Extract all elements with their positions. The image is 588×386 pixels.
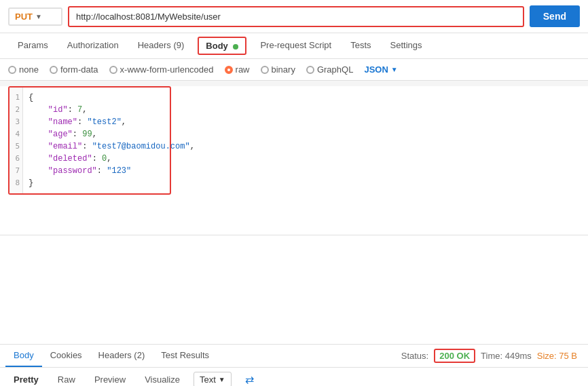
radio-binary xyxy=(261,66,269,74)
status-label: Status: xyxy=(401,351,428,361)
tab-settings[interactable]: Settings xyxy=(381,33,432,58)
option-binary[interactable]: binary xyxy=(261,64,295,75)
format-dropdown[interactable]: JSON ▼ xyxy=(364,64,397,75)
line-2: 2 xyxy=(12,104,20,116)
tab-body[interactable]: Body xyxy=(198,37,246,55)
radio-raw xyxy=(225,66,233,74)
tab-params[interactable]: Params xyxy=(8,33,58,58)
chevron-down-icon: ▼ xyxy=(35,13,42,20)
method-dropdown[interactable]: PUT ▼ xyxy=(8,7,62,26)
response-body-bar: Pretty Raw Preview Visualize Text ▼ ⇄ xyxy=(0,368,588,386)
radio-none xyxy=(8,66,16,74)
time-label: Time: 449ms xyxy=(481,351,532,361)
option-form-data[interactable]: form-data xyxy=(50,64,98,75)
code-content[interactable]: { "id": 7, "name": "test2", "age": 99, "… xyxy=(23,88,200,193)
radio-graphql xyxy=(306,66,314,74)
line-6: 6 xyxy=(12,153,20,165)
resp-preview-tab[interactable]: Preview xyxy=(89,372,131,386)
option-urlencoded[interactable]: x-www-form-urlencoded xyxy=(109,64,214,75)
radio-urlencoded xyxy=(109,66,117,74)
editor-area: 1 2 3 4 5 6 7 8 { "id": 7, "name": "test… xyxy=(0,86,588,235)
wrap-icon[interactable]: ⇄ xyxy=(245,373,254,386)
format-chevron-icon: ▼ xyxy=(391,66,398,73)
body-options-bar: none form-data x-www-form-urlencoded raw… xyxy=(0,59,588,81)
method-label: PUT xyxy=(15,12,33,22)
line-numbers: 1 2 3 4 5 6 7 8 xyxy=(10,88,23,193)
resp-tab-cookies[interactable]: Cookies xyxy=(42,345,90,367)
option-none[interactable]: none xyxy=(8,64,39,75)
tab-authorization[interactable]: Authorization xyxy=(58,33,128,58)
resp-raw-tab[interactable]: Raw xyxy=(52,372,81,386)
line-5: 5 xyxy=(12,140,20,153)
radio-form-data xyxy=(50,66,58,74)
line-1: 1 xyxy=(12,92,20,104)
tabs-bar: Params Authorization Headers (9) Body Pr… xyxy=(0,33,588,59)
resp-pretty-tab[interactable]: Pretty xyxy=(8,372,44,386)
text-chevron-icon: ▼ xyxy=(219,376,225,383)
line-8: 8 xyxy=(12,177,20,189)
send-button[interactable]: Send xyxy=(530,5,580,27)
response-status-area: Status: 200 OK Time: 449ms Size: 75 B xyxy=(401,349,583,363)
url-input[interactable] xyxy=(68,6,524,27)
option-graphql[interactable]: GraphQL xyxy=(306,64,353,75)
body-active-dot xyxy=(233,44,238,50)
text-format-dropdown[interactable]: Text ▼ xyxy=(194,372,232,386)
size-label: Size: 75 B xyxy=(537,351,577,361)
tab-headers[interactable]: Headers (9) xyxy=(128,33,194,58)
status-code: 200 OK xyxy=(434,349,475,363)
option-raw[interactable]: raw xyxy=(225,64,250,75)
resp-tab-test-results[interactable]: Test Results xyxy=(153,345,217,367)
top-bar: PUT ▼ Send xyxy=(0,0,588,33)
line-7: 7 xyxy=(12,165,20,177)
resp-visualize-tab[interactable]: Visualize xyxy=(139,372,185,386)
resp-tab-body[interactable]: Body xyxy=(5,345,42,367)
response-section: Body Cookies Headers (2) Test Results St… xyxy=(0,344,588,386)
line-3: 3 xyxy=(12,116,20,128)
response-tabs-bar: Body Cookies Headers (2) Test Results St… xyxy=(0,345,588,368)
line-4: 4 xyxy=(12,128,20,140)
tab-pre-request[interactable]: Pre-request Script xyxy=(251,33,341,58)
code-block[interactable]: 1 2 3 4 5 6 7 8 { "id": 7, "name": "test… xyxy=(8,86,171,195)
tab-tests[interactable]: Tests xyxy=(341,33,380,58)
empty-space xyxy=(0,235,588,344)
resp-tab-headers[interactable]: Headers (2) xyxy=(90,345,153,367)
